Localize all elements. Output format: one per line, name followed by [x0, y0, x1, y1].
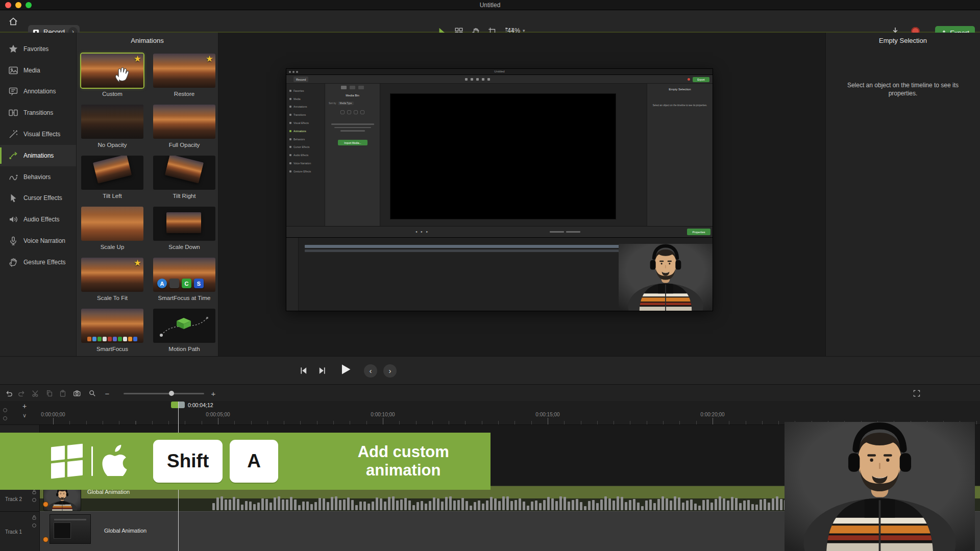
app-icons: ACS [157, 279, 204, 288]
animation-tile-scale-up[interactable]: Scale Up [81, 207, 143, 250]
animation-tile-motion-path[interactable]: Motion Path [153, 309, 215, 352]
sidebar-item-favorites[interactable]: Favorites [0, 38, 76, 60]
sidebar-item-cursor-effects[interactable]: Cursor Effects [0, 188, 76, 209]
timeline-expand-button[interactable] [912, 388, 922, 398]
sidebar-item-animations[interactable]: Animations [0, 145, 76, 166]
paste-button[interactable] [58, 388, 68, 398]
animation-tile-full-opacity[interactable]: Full Opacity [153, 105, 215, 148]
animations-grid: ★Custom★RestoreNo OpacityFull OpacityTil… [77, 33, 218, 356]
animation-tile-label: Motion Path [153, 346, 215, 352]
preview-sidebar-row: Cursor Effects [286, 143, 325, 152]
animation-tile-scale-down[interactable]: Scale Down [153, 207, 215, 250]
zoom-in-button[interactable]: + [208, 388, 218, 398]
home-button[interactable] [6, 15, 20, 28]
sidebar-item-visual-effects[interactable]: Visual Effects [0, 123, 76, 145]
keyframe-dot[interactable] [43, 502, 48, 507]
animation-tile-label: Restore [153, 91, 215, 97]
animation-tile-label: Full Opacity [153, 142, 215, 148]
sidebar-item-annotations[interactable]: Annotations [0, 81, 76, 103]
timeline-zoom-handle[interactable] [169, 391, 174, 396]
animation-tile-smartfocus-at-time[interactable]: ACSSmartFocus at Time [153, 258, 215, 301]
star-icon [8, 44, 18, 54]
jump-back-button[interactable]: ‹ [363, 364, 378, 378]
preview-media-icons [325, 110, 380, 114]
previous-frame-icon [299, 366, 308, 375]
playhead-in-handle[interactable] [171, 402, 178, 408]
clip-name: Global Animation [104, 528, 146, 534]
undo-button[interactable] [4, 388, 14, 398]
timeline-side-controls[interactable] [3, 408, 7, 420]
zoom-out-button[interactable]: − [102, 388, 112, 398]
jump-forward-button[interactable]: › [383, 364, 397, 378]
timeline-zoom-slider[interactable] [124, 393, 204, 394]
track-1-header[interactable]: Track 1 [0, 511, 40, 551]
preview-tools [465, 78, 490, 81]
snapshot-button[interactable] [72, 388, 82, 398]
ruler-tick-label: 0:00:10;00 [371, 412, 395, 417]
timeline-ruler[interactable]: 0:00:00;000:00:05;000:00:10;000:00:15;00… [0, 401, 980, 425]
home-icon [8, 16, 18, 27]
copy-button[interactable] [44, 388, 55, 398]
sidebar-item-transitions[interactable]: Transitions [0, 102, 76, 123]
zoom-timeline-button[interactable] [87, 388, 97, 398]
animation-tile-label: Custom [81, 91, 143, 97]
fullscreen-button[interactable] [26, 2, 32, 8]
add-track-button[interactable]: + [20, 402, 29, 410]
animation-tile-label: No Opacity [81, 142, 143, 148]
cut-button[interactable] [31, 388, 41, 398]
animation-tile-scale-to-fit[interactable]: ★Scale To Fit [81, 258, 143, 301]
lock-icon [32, 515, 37, 520]
playback-bar: ‹ › 00:00:04;12/00:08:55;00 ⚙ Properties [0, 356, 980, 384]
preview-export-button: Export [693, 77, 709, 82]
favorite-star-icon[interactable]: ★ [134, 54, 141, 64]
close-button[interactable] [5, 2, 11, 8]
sidebar-item-label: Visual Effects [23, 131, 60, 138]
toggle-icon [32, 497, 37, 503]
keyframe-dot[interactable] [43, 537, 48, 542]
sidebar-item-label: Annotations [23, 88, 56, 95]
favorite-star-icon[interactable]: ★ [134, 258, 141, 268]
webcam-person [785, 422, 975, 551]
animation-tile-no-opacity[interactable]: No Opacity [81, 105, 143, 148]
timeline-toolbar: − + [0, 384, 980, 401]
audio-icon [8, 214, 18, 224]
previous-frame-button[interactable] [296, 363, 310, 378]
redo-button[interactable] [16, 388, 27, 398]
copy-icon [45, 389, 54, 397]
preview-titlebar: Untitled [286, 69, 713, 75]
animation-icon [8, 151, 18, 161]
preview-stage [380, 84, 647, 226]
sidebar-item-behaviors[interactable]: Behaviors [0, 166, 76, 188]
preview-sidebar-row: Visual Effects [286, 119, 325, 127]
sidebar-item-media[interactable]: Media [0, 60, 76, 81]
canvas-preview[interactable]: Untitled Record Export FavoritesMediaAnn… [286, 69, 713, 311]
properties-panel: Empty Selection Select an object on the … [825, 33, 980, 356]
next-frame-button[interactable] [315, 363, 329, 378]
animation-tile-tilt-left[interactable]: Tilt Left [81, 156, 143, 199]
collapse-tracks-button[interactable]: ∨ [20, 411, 29, 419]
minimize-button[interactable] [15, 2, 21, 8]
windows-logo-icon [51, 444, 83, 479]
clip-thumbnail [50, 515, 90, 543]
lock-icon [32, 489, 37, 494]
play-button[interactable] [338, 362, 353, 377]
preview-media-type-dropdown: Media Type [338, 102, 354, 105]
preview-timecode [550, 231, 580, 233]
sidebar-item-audio-effects[interactable]: Audio Effects [0, 209, 76, 230]
animation-tile-custom[interactable]: ★Custom [81, 54, 143, 97]
animation-tile-smartfocus[interactable]: SmartFocus [81, 309, 143, 352]
preview-sidebar-row: Behaviors [286, 135, 325, 143]
empty-selection-title: Empty Selection [826, 37, 980, 44]
track-name: Track 1 [5, 529, 22, 534]
sidebar-item-gesture-effects[interactable]: Gesture Effects [0, 252, 76, 273]
preview-sidebar: FavoritesMediaAnnotationsTransitionsVisu… [286, 84, 325, 237]
editor-canvas[interactable]: Untitled Record Export FavoritesMediaAnn… [218, 33, 825, 356]
animation-tile-restore[interactable]: ★Restore [153, 54, 215, 97]
preview-import-button: Import Media... [338, 140, 368, 145]
next-frame-icon [317, 366, 327, 375]
favorite-star-icon[interactable]: ★ [206, 54, 213, 64]
animation-tile-tilt-right[interactable]: Tilt Right [153, 156, 215, 199]
playhead-out-handle[interactable] [179, 402, 185, 408]
sidebar-item-label: Animations [23, 152, 54, 159]
sidebar-item-voice-narration[interactable]: Voice Narration [0, 230, 76, 252]
